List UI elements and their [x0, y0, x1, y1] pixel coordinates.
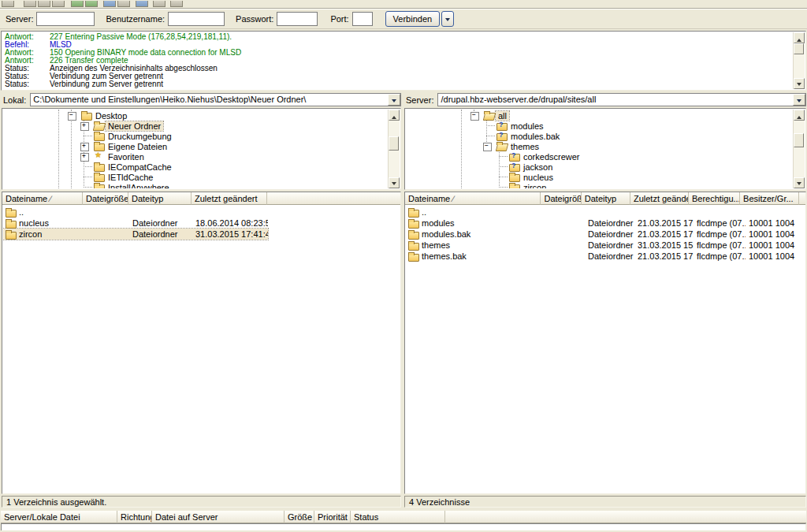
password-input[interactable] [277, 12, 318, 26]
dropdown-arrow-icon[interactable] [793, 94, 805, 106]
file-row[interactable]: .. [406, 206, 805, 218]
file-row[interactable]: .. [3, 206, 268, 218]
column-header[interactable]: Dateityp [128, 192, 192, 205]
scroll-up-icon[interactable] [794, 32, 805, 43]
column-header[interactable]: Besitzer/Gr... [740, 192, 799, 205]
tree-item[interactable]: modules.bak [407, 131, 793, 141]
tree-item[interactable]: IECompatCache [5, 162, 388, 172]
scrollbar-thumb[interactable] [389, 136, 399, 151]
expander-icon[interactable] [80, 162, 93, 172]
connect-dropdown-button[interactable] [441, 11, 454, 27]
column-header[interactable]: Berechtigu... [689, 192, 740, 205]
column-header[interactable]: Zuletzt geändert [192, 192, 267, 205]
toolbar-icon[interactable] [52, 1, 65, 7]
expander-icon[interactable] [483, 121, 496, 131]
expander-icon[interactable] [80, 151, 93, 162]
queue-column-header[interactable]: Datei auf Server [152, 511, 284, 523]
queue-column-header[interactable]: Priorität [314, 511, 351, 523]
file-size [544, 206, 585, 218]
expander-icon[interactable] [68, 110, 80, 121]
tree-item[interactable]: Druckumgebung [5, 131, 388, 141]
tree-item[interactable]: zircon [407, 182, 793, 188]
tree-item[interactable]: all [407, 110, 793, 121]
tree-item[interactable]: nucleus [407, 172, 793, 182]
toolbar-icon[interactable] [38, 1, 50, 7]
expander-icon[interactable] [470, 110, 483, 121]
username-input[interactable] [168, 12, 225, 26]
column-header[interactable]: Dateityp [582, 192, 630, 205]
remote-path-combo[interactable]: /drupal.hbz-webserver.de/drupal/sites/al… [437, 93, 806, 106]
expander-icon[interactable] [496, 151, 508, 162]
file-row[interactable]: zircon Dateiordner 31.03.2015 17:41:41 [3, 229, 268, 240]
queue-column-header[interactable]: Richtung [117, 511, 152, 523]
queue-column-header[interactable]: Größe [284, 511, 314, 523]
expander-icon[interactable] [80, 182, 93, 188]
scrollbar-track[interactable] [389, 121, 400, 177]
local-tree-scrollbar[interactable] [388, 110, 400, 188]
queue-column-header[interactable]: Status [351, 511, 445, 523]
tree-indent [407, 146, 483, 147]
file-type: Dateiordner [585, 229, 634, 240]
scroll-down-icon[interactable] [794, 78, 805, 89]
local-path-combo[interactable]: C:\Dokumente und Einstellungen\Heiko.Nie… [30, 93, 401, 106]
server-input[interactable] [36, 12, 95, 26]
column-header[interactable]: Dateiname [405, 192, 541, 205]
file-row[interactable]: themes.bak Dateiordner 21.03.2015 17:...… [406, 251, 805, 262]
tree-item[interactable]: Desktop [5, 110, 388, 121]
expander-icon[interactable] [80, 121, 93, 131]
file-row[interactable]: modules Dateiordner 21.03.2015 17:... fl… [406, 218, 805, 229]
file-row[interactable]: themes Dateiordner 31.03.2015 15:... flc… [406, 240, 805, 251]
scroll-down-icon[interactable] [389, 177, 400, 188]
dropdown-arrow-icon[interactable] [388, 94, 400, 106]
expander-icon[interactable] [80, 172, 93, 182]
tree-item[interactable]: jackson [407, 162, 793, 172]
remote-path-row: Server: /drupal.hbz-webserver.de/drupal/… [404, 93, 806, 106]
expander-icon[interactable] [496, 182, 508, 188]
expander-icon[interactable] [496, 172, 508, 182]
column-header[interactable]: Dateigröße [83, 192, 128, 205]
column-header[interactable]: Dateigröße [541, 192, 581, 205]
toolbar-icon[interactable] [170, 1, 183, 7]
folder-icon [407, 218, 420, 229]
port-input[interactable] [352, 12, 373, 26]
tree-item[interactable]: Neuer Ordner [5, 121, 388, 131]
tree-item[interactable]: themes [407, 141, 793, 151]
file-row[interactable]: nucleus Dateiordner 18.06.2014 08:23:50 [3, 218, 268, 229]
log-scrollbar[interactable] [793, 32, 805, 89]
tree-item-label: InstallAnywhere [106, 183, 172, 189]
toolbar-icon[interactable] [153, 1, 165, 7]
toolbar-icon[interactable] [117, 1, 130, 7]
toolbar-icon[interactable] [136, 1, 148, 7]
expander-icon[interactable] [80, 141, 93, 151]
scroll-down-icon[interactable] [794, 177, 805, 188]
remote-path-label: Server: [404, 95, 433, 105]
scroll-up-icon[interactable] [389, 110, 400, 121]
scrollbar-track[interactable] [794, 121, 805, 177]
tree-item[interactable]: IETldCache [5, 172, 388, 182]
scrollbar-thumb[interactable] [794, 43, 804, 54]
expander-icon[interactable] [80, 131, 93, 141]
tree-item[interactable]: corkedscrewer [407, 151, 793, 162]
tree-item[interactable]: modules [407, 121, 793, 131]
queue-column-header[interactable]: Server/Lokale Datei [1, 511, 117, 523]
expander-icon[interactable] [496, 162, 508, 172]
connect-button[interactable]: Verbinden [385, 11, 441, 27]
toolbar-icon[interactable] [24, 1, 36, 7]
scrollbar-track[interactable] [794, 43, 805, 78]
scrollbar-thumb[interactable] [794, 133, 804, 147]
toolbar-icon[interactable] [71, 1, 84, 7]
toolbar-icon[interactable] [2, 1, 14, 7]
toolbar-icon[interactable] [103, 1, 116, 7]
column-header[interactable]: Zuletzt geändert [630, 192, 689, 205]
expander-icon[interactable] [483, 131, 496, 141]
folder-icon [93, 162, 106, 172]
scroll-up-icon[interactable] [794, 110, 805, 121]
tree-item[interactable]: InstallAnywhere [5, 182, 388, 188]
remote-tree-scrollbar[interactable] [793, 110, 805, 188]
tree-item[interactable]: Eigene Dateien [5, 141, 388, 151]
column-header[interactable]: Dateiname [2, 192, 83, 205]
toolbar-icon[interactable] [85, 1, 98, 7]
file-row[interactable]: modules.bak Dateiordner 21.03.2015 17:..… [406, 229, 805, 240]
tree-item[interactable]: Favoriten [5, 151, 388, 162]
expander-icon[interactable] [483, 141, 496, 151]
